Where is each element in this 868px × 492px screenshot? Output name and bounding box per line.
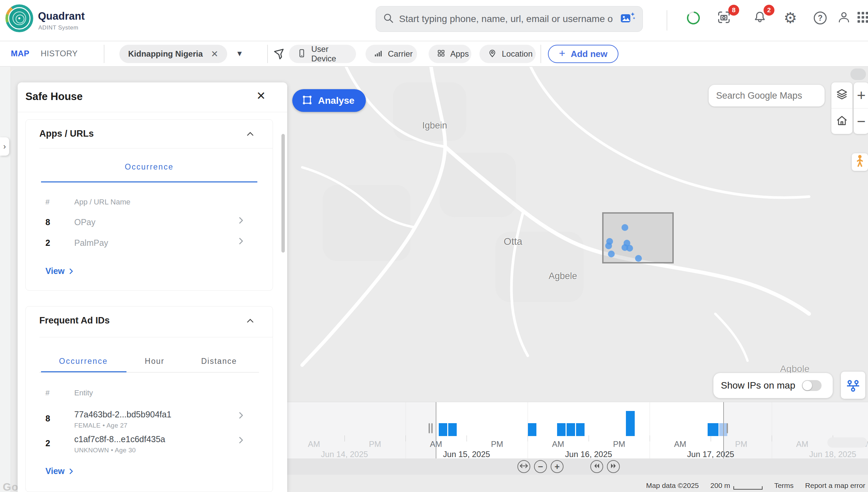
chevron-right-icon[interactable] xyxy=(237,216,245,226)
map-zoom-out-button[interactable]: − xyxy=(854,108,868,134)
case-chip-kidnapping-nigeria[interactable]: Kidnapping Nigeria ✕ xyxy=(119,45,227,63)
divider xyxy=(667,10,667,31)
account-button[interactable] xyxy=(836,10,852,26)
layers-button[interactable] xyxy=(831,82,852,108)
gmaps-search-box[interactable] xyxy=(709,85,825,106)
timeline-zoom-in-button[interactable]: + xyxy=(551,460,564,473)
timeline-scrollbar-thumb[interactable] xyxy=(827,437,867,448)
chevron-right-icon[interactable] xyxy=(237,411,245,421)
filter-chip-apps[interactable]: Apps xyxy=(429,45,471,63)
timeline-date-label: Jun 14, 2025 xyxy=(321,450,368,458)
location-point[interactable] xyxy=(626,245,633,252)
chevron-down-icon[interactable]: ▾ xyxy=(237,48,242,59)
quadrant-logo-icon[interactable] xyxy=(5,4,33,32)
row-app-name: PalmPay xyxy=(74,238,108,248)
timeline-range-start-handle[interactable] xyxy=(431,423,433,433)
location-point[interactable] xyxy=(635,255,642,262)
tab-occurrence[interactable]: Occurrence xyxy=(59,357,108,366)
pegman-icon xyxy=(853,154,867,170)
gmaps-search-input[interactable] xyxy=(716,91,817,101)
view-apps-link[interactable]: View xyxy=(45,266,75,276)
capture-count-badge: 8 xyxy=(728,5,739,16)
map-scale: 200 m xyxy=(710,481,763,490)
chevron-right-icon[interactable] xyxy=(237,436,245,446)
tab-hour[interactable]: Hour xyxy=(145,357,164,366)
active-tab-underline xyxy=(41,181,257,182)
panel-expand-button[interactable]: › xyxy=(0,137,9,156)
timeline-range-end-handle[interactable] xyxy=(727,423,728,433)
filter-chip-carrier[interactable]: Carrier xyxy=(366,45,417,63)
progress-ring-icon[interactable] xyxy=(686,10,701,26)
analyse-button[interactable]: Analyse xyxy=(292,89,366,112)
help-button[interactable]: ? xyxy=(812,10,828,26)
collapse-chevron-up-icon[interactable] xyxy=(245,317,255,326)
divider xyxy=(39,337,273,337)
column-header-hash: # xyxy=(45,389,50,397)
fit-horizontal-icon xyxy=(519,461,529,472)
tab-occurrence[interactable]: Occurrence xyxy=(125,162,174,171)
row-entity-meta: FEMALE • Age 27 xyxy=(74,422,127,429)
timeline-activity-bar xyxy=(576,423,585,436)
gear-icon: ⚙ xyxy=(784,11,797,25)
chevron-right-icon[interactable] xyxy=(237,237,245,247)
filter-chip-user-device[interactable]: User Device xyxy=(289,45,356,63)
apps-grid-icon xyxy=(437,49,446,59)
timeline-tick xyxy=(406,435,406,441)
timeline-chart[interactable]: AMPMJun 14, 2025AMPMJun 15, 2025AMPMJun … xyxy=(287,402,868,458)
minus-icon: − xyxy=(857,113,866,130)
close-icon[interactable]: ✕ xyxy=(256,89,266,102)
add-new-label: Add new xyxy=(571,49,607,59)
search-icon xyxy=(383,13,394,25)
divider xyxy=(39,148,273,149)
timeline-tick xyxy=(528,435,528,441)
timeline-skip-forward-button[interactable] xyxy=(607,460,620,473)
location-point[interactable] xyxy=(622,224,628,231)
settings-button[interactable]: ⚙ xyxy=(783,10,798,26)
timeline-activity-bar xyxy=(557,423,566,436)
image-search-ai-icon[interactable] xyxy=(619,11,636,27)
report-map-error-link[interactable]: Report a map error xyxy=(805,481,865,490)
tab-distance[interactable]: Distance xyxy=(201,357,237,366)
network-view-button[interactable] xyxy=(841,372,865,399)
timeline-range-start-handle[interactable] xyxy=(429,423,430,433)
view-ad-ids-link[interactable]: View xyxy=(45,466,75,476)
timeline-tick xyxy=(711,435,711,441)
location-point[interactable] xyxy=(605,242,612,249)
tab-history[interactable]: HISTORY xyxy=(41,49,78,58)
timeline-activity-bar xyxy=(448,423,457,436)
tab-map[interactable]: MAP xyxy=(11,49,29,58)
location-point[interactable] xyxy=(608,251,615,257)
timeline-fit-button[interactable] xyxy=(517,460,530,473)
map-place-label: Igbein xyxy=(422,120,447,131)
map-scrollbar-thumb[interactable] xyxy=(850,68,866,80)
plus-icon: + xyxy=(554,462,559,471)
timeline-date-label: Jun 16, 2025 xyxy=(565,450,612,458)
close-icon[interactable]: ✕ xyxy=(211,49,218,59)
global-search-box[interactable] xyxy=(376,6,643,32)
filter-icon[interactable] xyxy=(273,47,286,62)
timeline-skip-back-button[interactable] xyxy=(590,460,603,473)
analyse-label: Analyse xyxy=(318,95,354,106)
timeline-activity-bar xyxy=(708,423,718,436)
terms-link[interactable]: Terms xyxy=(774,481,793,490)
filter-chip-location[interactable]: Location xyxy=(479,45,536,63)
apps-urls-card: Apps / URLs Occurrence # App / URL Name … xyxy=(25,119,273,291)
panel-scrollbar-thumb[interactable] xyxy=(281,134,285,253)
global-search-input[interactable] xyxy=(399,14,619,24)
fast-forward-icon xyxy=(609,461,618,472)
pegman-button[interactable] xyxy=(852,153,868,171)
timeline-zoom-out-button[interactable]: − xyxy=(534,460,547,473)
collapse-chevron-up-icon[interactable] xyxy=(245,130,255,139)
ad-ids-title: Frequent Ad IDs xyxy=(39,315,110,326)
view-label: View xyxy=(45,266,65,276)
map-zoom-in-button[interactable]: + xyxy=(854,82,868,108)
show-ips-label: Show IPs on map xyxy=(721,380,795,391)
show-ips-toggle[interactable] xyxy=(802,380,822,391)
map-scale-label: 200 m xyxy=(710,481,730,490)
add-new-button[interactable]: + Add new xyxy=(548,45,618,63)
phone-icon xyxy=(297,48,307,60)
apps-launcher-button[interactable] xyxy=(855,10,868,26)
column-header-name: App / URL Name xyxy=(74,198,130,206)
home-button[interactable] xyxy=(831,108,852,134)
row-app-name: OPay xyxy=(74,217,96,227)
